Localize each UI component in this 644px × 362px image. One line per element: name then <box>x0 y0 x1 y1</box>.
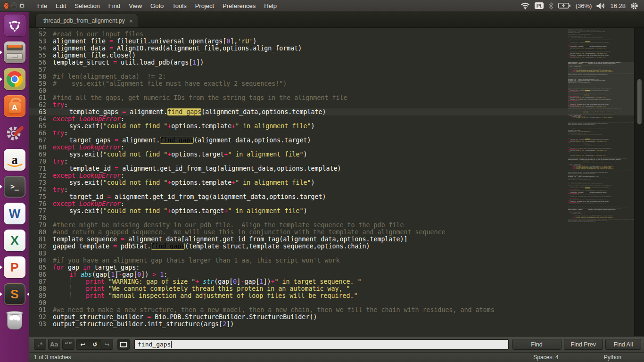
in-selection-toggle[interactable]: ↪ <box>101 339 113 350</box>
code-line-52[interactable]: 52#read in our input files <box>29 31 568 38</box>
code-line-75[interactable]: 75 target_id = alignment.get_id_from_tag… <box>29 193 568 200</box>
code-line-58[interactable]: 58#if len(alignment_data) != 2: <box>29 73 568 80</box>
syntax-status[interactable]: Python <box>604 354 621 361</box>
window-minimize-button[interactable]: – <box>11 2 17 9</box>
code-line-89[interactable]: 89 print "manual inspection and adjustme… <box>29 292 568 299</box>
menu-selection[interactable]: Selection <box>70 0 104 11</box>
volume-icon[interactable] <box>596 2 605 9</box>
code-line-86[interactable]: 86 if abs(gap[1]-gap[0]) > 1: <box>29 271 568 278</box>
bluetooth-icon[interactable] <box>548 2 553 9</box>
session-gear-icon[interactable] <box>630 2 638 10</box>
code-line-54[interactable]: 54alignment_data = AlignIO.read(alignmen… <box>29 45 568 52</box>
code-line-65[interactable]: 65 sys.exit("could not find "+options.te… <box>29 123 568 130</box>
launcher-item-powerpoint[interactable]: P <box>0 256 29 278</box>
menu-find[interactable]: Find <box>104 0 124 11</box>
find-all-button[interactable]: Find All <box>605 339 641 350</box>
code-line-83[interactable]: 83 <box>29 250 568 257</box>
code-line-78[interactable]: 78 <box>29 214 568 222</box>
regex-toggle[interactable]: .* <box>34 339 46 350</box>
editor-area[interactable]: 5152#read in our input files53alignment_… <box>29 28 644 336</box>
launcher-item-terminal[interactable]: >_ <box>0 176 29 197</box>
launcher-item-software-center[interactable]: A <box>0 95 29 117</box>
menu-edit[interactable]: Edit <box>51 0 70 11</box>
code-area[interactable]: 5152#read in our input files53alignment_… <box>29 28 568 336</box>
code-line-93[interactable]: 93output_structure_builder.init_structur… <box>29 321 568 328</box>
tab-close-icon[interactable]: × <box>129 17 133 25</box>
code-line-81[interactable]: 81template_sequence = alignment_data[ali… <box>29 236 568 243</box>
code-line-57[interactable]: 57 <box>29 66 568 73</box>
code-line-73[interactable]: 73 sys.exit("could not find "+options.te… <box>29 179 568 186</box>
code-line-71[interactable]: 71 template_id = alignment.get_id_from_t… <box>29 165 568 172</box>
code-line-55[interactable]: 55alignment_file.close() <box>29 52 568 59</box>
code-line-92[interactable]: 92output_structure_builder = Bio.PDB.Str… <box>29 313 568 321</box>
indentation-status[interactable]: Spaces: 4 <box>533 354 558 361</box>
code-line-70[interactable]: 70try: <box>29 158 568 165</box>
code-line-74[interactable]: 74try: <box>29 186 568 193</box>
code-line-62[interactable]: 62try: <box>29 101 568 108</box>
find-prev-button[interactable]: Find Prev <box>564 339 603 350</box>
launcher-item-dash[interactable] <box>0 15 29 36</box>
code-line-63[interactable]: 63 template_gaps = alignment.find_gaps(a… <box>29 108 568 115</box>
menu-help[interactable]: Help <box>260 0 281 11</box>
code-line-72[interactable]: 72except LookupError: <box>29 172 568 179</box>
code-line-91[interactable]: 91#we need to make a new structure, then… <box>29 306 568 313</box>
launcher-item-excel[interactable]: X <box>0 230 29 251</box>
vertical-scrollbar[interactable] <box>634 28 644 336</box>
launcher-item-files[interactable] <box>0 41 29 63</box>
minimap[interactable]: #read in our input filesalignment_file =… <box>568 28 634 336</box>
code-line-61[interactable]: 61#find all the gaps, get numeric IDs fr… <box>29 94 568 101</box>
code-line-88[interactable]: 88 print "We cannot completely thread th… <box>29 285 568 292</box>
line-number: 75 <box>29 193 53 200</box>
tab-active[interactable]: thread_pdb_from_alignment.py × <box>35 14 138 27</box>
launcher-item-amazon[interactable]: a <box>0 149 29 171</box>
code-line-69[interactable]: 69 sys.exit("could not find "+options.ta… <box>29 151 568 158</box>
code-line-84[interactable]: 84#if you have an alignment gap thats la… <box>29 257 568 264</box>
find-button[interactable]: Find <box>512 339 561 350</box>
code-line-68[interactable]: 68except LookupError: <box>29 144 568 151</box>
menu-file[interactable]: File <box>33 0 51 11</box>
line-number: 64 <box>29 115 53 123</box>
wrap-toggle[interactable]: ↩ <box>76 339 89 350</box>
case-sensitive-toggle[interactable]: Aa <box>48 339 60 350</box>
code-line-66[interactable]: 66try: <box>29 130 568 137</box>
code-line-85[interactable]: 85for gap in target_gaps: <box>29 264 568 271</box>
code-line-79[interactable]: 79#there might be missing density in our… <box>29 222 568 229</box>
sublime-glyph: S <box>10 287 18 302</box>
menu-view[interactable]: View <box>124 0 146 11</box>
launcher-item-chrome[interactable] <box>0 68 29 90</box>
highlight-matches-toggle[interactable] <box>117 339 130 350</box>
code-line-56[interactable]: 56template_struct = util.load_pdb(args[1… <box>29 59 568 66</box>
code-line-90[interactable]: 90 <box>29 299 568 306</box>
menu-goto[interactable]: Goto <box>146 0 168 11</box>
find-input[interactable]: find_gaps <box>134 339 509 350</box>
code-line-82[interactable]: 82gapped_template = pdbStat.find_gaps(te… <box>29 243 568 250</box>
keyboard-layout-indicator[interactable]: Pt <box>535 2 544 9</box>
line-number: 67 <box>29 137 53 144</box>
code-line-76[interactable]: 76except LookupError: <box>29 200 568 207</box>
code-line-80[interactable]: 80#and return a gapped sequence. We will… <box>29 229 568 236</box>
battery-icon[interactable] <box>558 2 571 9</box>
code-line-87[interactable]: 87 print "WARNING: gap of size "+ str(ga… <box>29 278 568 285</box>
launcher-item-word[interactable]: W <box>0 203 29 224</box>
code-line-77[interactable]: 77 sys.exit("could not find "+options.ta… <box>29 207 568 214</box>
code-line-64[interactable]: 64except LookupError: <box>29 115 568 123</box>
minimap-viewport[interactable] <box>568 62 634 115</box>
window-maximize-button[interactable] <box>19 2 25 9</box>
running-pip-icon <box>0 292 2 296</box>
launcher-item-settings[interactable] <box>0 122 29 144</box>
whole-word-toggle[interactable]: “” <box>62 339 74 350</box>
code-line-53[interactable]: 53alignment_file = fileutil.universal_op… <box>29 38 568 45</box>
reverse-toggle[interactable]: ↺ <box>89 339 101 350</box>
menu-tools[interactable]: Tools <box>168 0 190 11</box>
code-line-67[interactable]: 67 target_gaps = alignment.find_gaps(ali… <box>29 137 568 144</box>
launcher-item-sublime[interactable]: S <box>0 283 29 305</box>
clock[interactable]: 16:28 <box>610 2 626 9</box>
code-line-59[interactable]: 59# sys.exit("alignment file must have e… <box>29 80 568 87</box>
menu-preferences[interactable]: Preferences <box>218 0 260 11</box>
launcher-item-trash[interactable] <box>0 310 29 332</box>
scrollbar-thumb[interactable] <box>637 79 642 125</box>
window-close-button[interactable]: × <box>4 2 9 9</box>
wifi-icon[interactable] <box>520 2 530 9</box>
code-line-60[interactable]: 60 <box>29 87 568 94</box>
menu-project[interactable]: Project <box>191 0 218 11</box>
